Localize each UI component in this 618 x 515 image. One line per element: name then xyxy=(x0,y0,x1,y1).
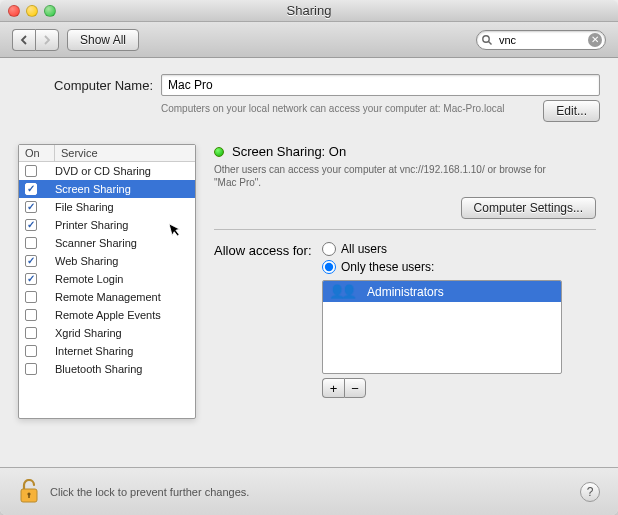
service-row[interactable]: Internet Sharing xyxy=(19,342,195,360)
computer-name-subtext: Computers on your local network can acce… xyxy=(161,100,535,115)
help-button[interactable]: ? xyxy=(580,482,600,502)
clear-search-icon[interactable]: ✕ xyxy=(588,33,602,47)
toolbar: Show All ✕ xyxy=(0,22,618,58)
service-label: Screen Sharing xyxy=(55,183,131,195)
services-list: On Service DVD or CD SharingScreen Shari… xyxy=(18,144,196,419)
service-label: Printer Sharing xyxy=(55,219,128,231)
lock-text: Click the lock to prevent further change… xyxy=(50,486,570,498)
service-row[interactable]: Scanner Sharing xyxy=(19,234,195,252)
service-checkbox[interactable] xyxy=(25,201,37,213)
svg-point-0 xyxy=(483,35,489,41)
service-checkbox[interactable] xyxy=(25,255,37,267)
search-field[interactable]: ✕ xyxy=(476,30,606,50)
add-user-button[interactable]: + xyxy=(322,378,344,398)
computer-name-label: Computer Name: xyxy=(18,78,153,93)
radio-all-label: All users xyxy=(341,242,387,256)
service-checkbox[interactable] xyxy=(25,237,37,249)
service-checkbox[interactable] xyxy=(25,345,37,357)
service-checkbox[interactable] xyxy=(25,273,37,285)
radio-all-input[interactable] xyxy=(322,242,336,256)
back-button[interactable] xyxy=(12,29,35,51)
search-input[interactable] xyxy=(476,30,606,50)
add-remove-group: + − xyxy=(322,378,596,398)
edit-button[interactable]: Edit... xyxy=(543,100,600,122)
service-checkbox[interactable] xyxy=(25,165,37,177)
services-header: On Service xyxy=(19,145,195,162)
service-row[interactable]: Xgrid Sharing xyxy=(19,324,195,342)
status-row: Screen Sharing: On xyxy=(214,144,596,159)
service-label: Scanner Sharing xyxy=(55,237,137,249)
preferences-window: Sharing Show All ✕ Computer Name: Comput… xyxy=(0,0,618,515)
service-label: Remote Management xyxy=(55,291,161,303)
svg-line-1 xyxy=(489,41,492,44)
service-row[interactable]: Web Sharing xyxy=(19,252,195,270)
titlebar: Sharing xyxy=(0,0,618,22)
service-label: Internet Sharing xyxy=(55,345,133,357)
service-checkbox[interactable] xyxy=(25,309,37,321)
status-led-icon xyxy=(214,147,224,157)
footer: Click the lock to prevent further change… xyxy=(0,467,618,515)
computer-name-input[interactable] xyxy=(161,74,600,96)
service-label: DVD or CD Sharing xyxy=(55,165,151,177)
radio-only-input[interactable] xyxy=(322,260,336,274)
forward-button[interactable] xyxy=(35,29,59,51)
service-row[interactable]: Screen Sharing xyxy=(19,180,195,198)
window-title: Sharing xyxy=(0,3,618,18)
allow-access-row: Allow access for: All users Only these u… xyxy=(214,242,596,274)
user-name: Administrators xyxy=(367,285,444,299)
nav-group xyxy=(12,29,59,51)
service-checkbox[interactable] xyxy=(25,183,37,195)
show-all-button[interactable]: Show All xyxy=(67,29,139,51)
search-icon xyxy=(481,34,493,48)
status-title: Screen Sharing: On xyxy=(232,144,346,159)
service-label: File Sharing xyxy=(55,201,114,213)
service-row[interactable]: Remote Apple Events xyxy=(19,306,195,324)
service-row[interactable]: DVD or CD Sharing xyxy=(19,162,195,180)
service-label: Bluetooth Sharing xyxy=(55,363,142,375)
lock-icon[interactable] xyxy=(18,479,40,505)
service-row[interactable]: Remote Management xyxy=(19,288,195,306)
computer-name-row: Computer Name: xyxy=(18,74,600,96)
radio-all-users[interactable]: All users xyxy=(322,242,434,256)
status-body: Other users can access your computer at … xyxy=(214,163,554,189)
divider xyxy=(214,229,596,230)
service-checkbox[interactable] xyxy=(25,291,37,303)
service-row[interactable]: Remote Login xyxy=(19,270,195,288)
remove-user-button[interactable]: − xyxy=(344,378,366,398)
group-icon: 👤👤 xyxy=(329,284,361,299)
service-label: Remote Login xyxy=(55,273,124,285)
radio-only-label: Only these users: xyxy=(341,260,434,274)
service-checkbox[interactable] xyxy=(25,327,37,339)
detail-pane: Screen Sharing: On Other users can acces… xyxy=(214,144,600,419)
service-label: Remote Apple Events xyxy=(55,309,161,321)
service-checkbox[interactable] xyxy=(25,363,37,375)
svg-rect-4 xyxy=(28,494,30,498)
radio-only-users[interactable]: Only these users: xyxy=(322,260,434,274)
col-service[interactable]: Service xyxy=(55,145,195,161)
service-row[interactable]: Printer Sharing xyxy=(19,216,195,234)
service-label: Xgrid Sharing xyxy=(55,327,122,339)
user-row[interactable]: 👤👤 Administrators xyxy=(323,281,561,302)
service-label: Web Sharing xyxy=(55,255,118,267)
col-on[interactable]: On xyxy=(19,145,55,161)
service-row[interactable]: Bluetooth Sharing xyxy=(19,360,195,378)
service-row[interactable]: File Sharing xyxy=(19,198,195,216)
users-list[interactable]: 👤👤 Administrators xyxy=(322,280,562,374)
computer-settings-button[interactable]: Computer Settings... xyxy=(461,197,596,219)
service-checkbox[interactable] xyxy=(25,219,37,231)
allow-access-label: Allow access for: xyxy=(214,242,314,258)
content-area: Computer Name: Computers on your local n… xyxy=(0,58,618,419)
